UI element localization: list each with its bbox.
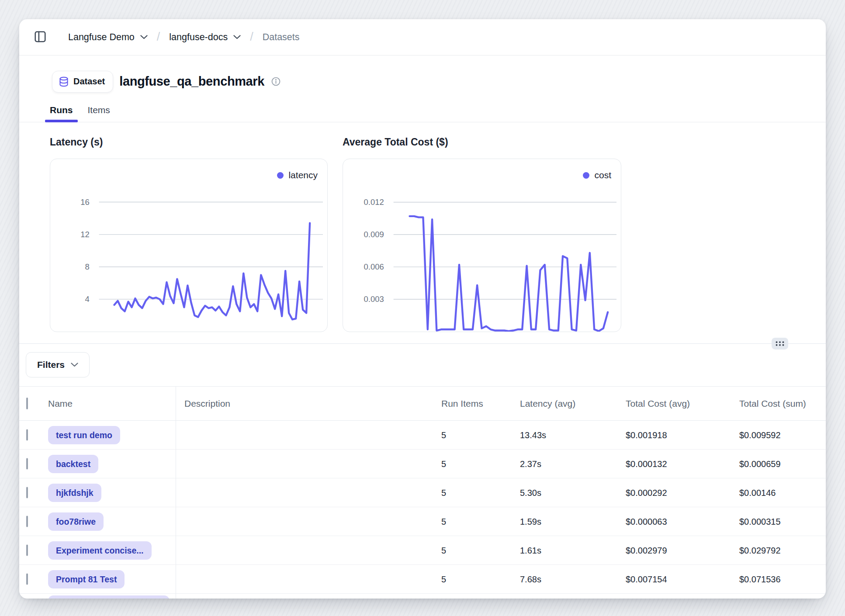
cost-chart: 0.0030.0060.0090.012 cost [343, 159, 621, 332]
run-items-cell: 5 [441, 574, 446, 584]
tab-items[interactable]: Items [88, 98, 110, 122]
run-name-badge[interactable] [48, 595, 170, 599]
latency-chart-block: Latency (s) 481216 latency [50, 136, 328, 332]
column-divider [176, 386, 176, 599]
chevron-down-icon [71, 363, 78, 367]
table-body: test run demo 5 13.43s $0.001918 $0.0095… [19, 421, 826, 594]
table-row-partial [19, 594, 826, 599]
panel-left-icon [34, 30, 47, 45]
run-items-cell: 5 [441, 488, 446, 498]
run-items-cell: 5 [441, 516, 446, 526]
column-header-latency-avg: Latency (avg) [520, 398, 575, 409]
latency-avg-cell: 5.30s [520, 488, 541, 498]
total-cost-avg-cell: $0.000292 [626, 488, 667, 498]
total-cost-sum-cell: $0.029792 [739, 545, 781, 555]
column-header-total-cost-sum: Total Cost (sum) [739, 398, 806, 409]
filters-row: Filters [19, 344, 826, 386]
breadcrumb-separator: / [157, 30, 160, 44]
dataset-badge-label: Dataset [73, 76, 105, 87]
breadcrumb-page-datasets[interactable]: Datasets [263, 32, 300, 43]
run-name-badge[interactable]: test run demo [48, 426, 120, 444]
run-name-badge[interactable]: Prompt 81 Test [48, 570, 125, 588]
cost-line-plot: 0.0030.0060.0090.012 [343, 159, 621, 332]
svg-text:0.006: 0.006 [364, 262, 384, 271]
total-cost-avg-cell: $0.007154 [626, 574, 667, 584]
latency-avg-cell: 13.43s [520, 430, 546, 440]
svg-text:0.012: 0.012 [364, 197, 384, 207]
breadcrumb-separator: / [250, 30, 253, 44]
latency-avg-cell: 7.68s [520, 574, 541, 584]
total-cost-sum-cell: $0.009592 [739, 430, 781, 440]
latency-legend-label: latency [288, 170, 318, 180]
total-cost-sum-cell: $0.000315 [739, 516, 781, 526]
table-row: Experiment concise... 5 1.61s $0.002979 … [19, 536, 826, 565]
tab-bar: Runs Items [19, 98, 826, 122]
info-icon[interactable] [271, 76, 281, 87]
total-cost-sum-cell: $0.000659 [739, 459, 781, 469]
latency-avg-cell: 1.61s [520, 545, 541, 555]
table-row: Prompt 81 Test 5 7.68s $0.007154 $0.0715… [19, 565, 826, 594]
tab-items-label: Items [88, 105, 110, 115]
table-row: hjkfdshjk 5 5.30s $0.000292 $0.00146 [19, 478, 826, 507]
row-checkbox[interactable] [26, 516, 28, 527]
filters-button-label: Filters [37, 360, 65, 370]
select-all-checkbox[interactable] [26, 398, 28, 409]
svg-text:8: 8 [85, 262, 89, 271]
run-items-cell: 5 [441, 430, 446, 440]
svg-text:16: 16 [80, 197, 90, 207]
table-row: backtest 5 2.37s $0.000132 $0.000659 [19, 450, 826, 478]
run-name-badge[interactable]: Experiment concise... [48, 541, 152, 560]
chevron-down-icon [140, 35, 148, 39]
svg-text:0.009: 0.009 [364, 230, 384, 239]
runs-table: Name Description Run Items Latency (avg)… [19, 386, 826, 599]
latency-legend: latency [277, 170, 318, 180]
breadcrumb-org-selector[interactable]: Langfuse Demo [68, 32, 148, 43]
table-row: foo78riwe 5 1.59s $0.000063 $0.000315 [19, 507, 826, 536]
total-cost-sum-cell: $0.071536 [739, 574, 781, 584]
tab-runs[interactable]: Runs [50, 98, 73, 122]
run-items-cell: 5 [441, 545, 446, 555]
svg-text:0.003: 0.003 [364, 294, 384, 304]
legend-dot-icon [277, 172, 284, 179]
breadcrumb-page-label: Datasets [263, 32, 300, 43]
topbar: Langfuse Demo / langfuse-docs / Datasets [19, 19, 826, 55]
row-checkbox[interactable] [26, 573, 28, 585]
total-cost-avg-cell: $0.002979 [626, 545, 667, 555]
latency-avg-cell: 2.37s [520, 459, 541, 469]
total-cost-avg-cell: $0.000063 [626, 516, 667, 526]
row-checkbox[interactable] [26, 458, 28, 469]
tab-runs-label: Runs [50, 105, 73, 115]
table-row: test run demo 5 13.43s $0.001918 $0.0095… [19, 421, 826, 450]
cost-legend-label: cost [594, 170, 611, 180]
filters-button[interactable]: Filters [26, 352, 90, 377]
column-header-run-items: Run Items [441, 398, 483, 409]
svg-text:4: 4 [85, 294, 89, 304]
total-cost-sum-cell: $0.00146 [739, 488, 776, 498]
latency-line-plot: 481216 [50, 159, 327, 332]
sidebar-toggle-button[interactable] [33, 30, 48, 45]
svg-text:12: 12 [80, 230, 90, 239]
database-icon [59, 76, 69, 87]
row-checkbox[interactable] [26, 487, 28, 498]
row-checkbox[interactable] [26, 429, 28, 440]
cost-chart-block: Average Total Cost ($) 0.0030.0060.0090.… [343, 136, 621, 332]
column-header-total-cost-avg: Total Cost (avg) [626, 398, 690, 409]
legend-dot-icon [583, 172, 589, 179]
charts-section: Latency (s) 481216 latency Average Total… [19, 122, 826, 332]
cost-chart-title: Average Total Cost ($) [343, 136, 621, 149]
run-name-badge[interactable]: backtest [48, 455, 98, 473]
run-name-badge[interactable]: foo78riwe [48, 512, 104, 531]
chevron-down-icon [233, 35, 241, 39]
page-title: langfuse_qa_benchmark [119, 74, 264, 89]
latency-chart-title: Latency (s) [50, 136, 328, 149]
run-items-cell: 5 [441, 459, 446, 469]
resize-drag-handle[interactable] [772, 338, 788, 350]
section-divider [19, 343, 826, 344]
breadcrumb-project-selector[interactable]: langfuse-docs [169, 32, 241, 43]
total-cost-avg-cell: $0.000132 [626, 459, 667, 469]
cost-legend: cost [583, 170, 611, 180]
page-background: Langfuse Demo / langfuse-docs / Datasets [0, 0, 845, 616]
run-name-badge[interactable]: hjkfdshjk [48, 484, 101, 502]
row-checkbox[interactable] [26, 544, 28, 556]
latency-avg-cell: 1.59s [520, 516, 541, 526]
